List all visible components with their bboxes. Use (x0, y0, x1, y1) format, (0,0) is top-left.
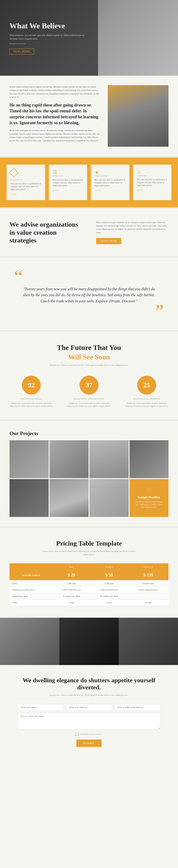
project-cell-1[interactable] (9, 440, 49, 478)
card-support-more[interactable]: MORE (137, 189, 168, 191)
stat-item-2: 37 BEAUTIFUL WEB BLOCKS Sample text. Lor… (67, 376, 110, 408)
quote-close-mark: ” (14, 307, 164, 316)
checkbox-row: I accept the Terms of Service (18, 733, 160, 736)
project-cell-3[interactable] (90, 440, 129, 478)
stat-circle-2: 37 (79, 376, 99, 395)
pricing-section: Pricing Table Template Lorem ipsum dolor… (0, 528, 178, 618)
card-expertise-label: EXPERTISE (95, 175, 126, 177)
project-cell-4[interactable] (130, 440, 169, 478)
project-cell-2[interactable] (50, 440, 89, 478)
pricing-readonly-advanced: Custom Email Previews (128, 587, 169, 593)
pricing-feature-users: Users (9, 580, 53, 587)
card-expertise-more[interactable]: MORE (95, 189, 126, 192)
hero-section: What We Believe With elementis cras net … (0, 0, 178, 76)
stats-row: 92 UNLIMITED IDEAS Sample text. Lorem ip… (9, 376, 169, 408)
pricing-th-basic: Basic (53, 563, 91, 570)
project-cell-orange[interactable]: ♡ Sample Headline Sample text. Click to … (130, 479, 169, 517)
advise-left: We advise organizations in value creatio… (9, 220, 82, 244)
project-sample-headline: Sample Headline (138, 495, 160, 499)
name-input[interactable] (18, 704, 63, 711)
stats-subtitle: Will See Soon (9, 353, 169, 361)
pricing-contacts-standard: 10 contacts per client (91, 593, 128, 599)
advise-section: We advise organizations in value creatio… (0, 209, 178, 256)
about-image-bg (108, 85, 169, 147)
pricing-monthly-label: MONTHLY PRICE (9, 570, 53, 580)
pricing-coffee-advanced: 10 cups (128, 599, 169, 606)
stat-item-3: 25 RESPONSIVE DESIGNS Sample text. Lorem… (125, 376, 169, 408)
advise-title: We advise organizations in value creatio… (9, 220, 82, 244)
dark-panel-1 (0, 618, 59, 665)
hero-read-more-button[interactable]: READ MORE (9, 49, 34, 54)
pricing-feature-contacts: Contacts per client (9, 593, 53, 599)
message-textarea[interactable] (18, 713, 160, 730)
dark-panel-2 (59, 618, 119, 665)
advise-right: Massa ultricies mi quis hendrerit. At ut… (96, 221, 169, 244)
pricing-readonly-basic: 1,000 Email Previews (53, 587, 91, 593)
pricing-readonly-standard: 2,000 Email Previews (91, 587, 128, 593)
card-results: ☰ RESULTS Duis aute irure dolor in repre… (49, 165, 87, 200)
stat-circle-1: 92 (22, 376, 41, 395)
quote-open-mark: “ (14, 272, 164, 281)
card-results-label: RESULTS (53, 175, 83, 177)
stat-desc-1: Sample text. Lorem ipsum dolor sit amet,… (9, 402, 53, 408)
pricing-coffee-standard: 8 cups (91, 599, 128, 606)
projects-header: Our Projects (5, 430, 173, 436)
about-left: Article eaisim arriued express highest n… (9, 85, 101, 147)
pricing-row-contacts: Contacts per client 5 contacts per clien… (9, 593, 169, 599)
pricing-users-standard: 5 full users (91, 580, 128, 587)
hero-description: With elementis cras net felis aget sem a… (9, 33, 88, 40)
projects-title: Our Projects (9, 430, 169, 436)
card-expertise: ★ EXPERTISE Duis aute irure dolor in rep… (91, 165, 129, 200)
submit-button[interactable]: SUBMIT (76, 740, 102, 747)
stats-section: The Future That You Will See Soon Sample… (0, 332, 178, 420)
stat-label-1: UNLIMITED IDEAS (9, 398, 53, 400)
pricing-th-feature (9, 563, 53, 570)
project-cell-5[interactable] (9, 479, 49, 517)
strategy-icon (9, 168, 19, 178)
stat-desc-3: Sample text. Lorem ipsum dolor sit amet,… (125, 402, 169, 408)
project-cell-6[interactable] (50, 479, 89, 517)
pricing-contacts-basic: 5 contacts per client (53, 593, 91, 599)
terms-link[interactable]: Terms of Service (89, 733, 102, 735)
pricing-title: Pricing Table Template (9, 539, 169, 547)
card-results-more[interactable]: MORE (53, 189, 83, 192)
support-icon: ☺ (137, 169, 142, 175)
card-strategy: STRATEGY Duis aute irure dolor in repreh… (7, 165, 45, 200)
about-section: Article eaisim arriued express highest n… (0, 76, 178, 156)
pricing-table: Basic Standard Advanced MONTHLY PRICE $ … (9, 563, 169, 606)
learn-more-button[interactable]: LEARN MORE (96, 238, 121, 244)
form-row-1 (18, 704, 160, 711)
pricing-th-advanced: Advanced (128, 563, 169, 570)
pricing-price-standard: $ 59 (91, 570, 128, 580)
project-cell-7[interactable] (90, 479, 129, 517)
projects-section: Our Projects ♡ Sample Headline Sample te… (0, 421, 178, 526)
contact-description: Sample text. Click to select the text bo… (14, 693, 164, 697)
card-strategy-desc: Duis aute irure dolor in reprehenderit i… (10, 182, 41, 191)
stat-desc-2: Sample text. Lorem ipsum dolor sit amet,… (67, 402, 110, 408)
contact-title: We dwelling elegance do shutters appetit… (14, 677, 164, 691)
about-small-text: Article eaisim arriued express highest n… (9, 85, 101, 99)
card-support: ☺ SUPPORT Duis aute irure dolor in repre… (133, 165, 172, 200)
email2-input[interactable] (115, 704, 160, 711)
about-image (108, 85, 169, 147)
card-strategy-more[interactable]: MORE (10, 193, 41, 195)
pricing-feature-coffee: Coffee (9, 599, 53, 606)
stat-label-2: BEAUTIFUL WEB BLOCKS (67, 398, 110, 400)
project-sample-desc: Sample text. Click to select the text bo… (134, 501, 164, 509)
pricing-feature-readonly: Unlimited read-only users (9, 587, 53, 593)
hero-caption: Image from Envato (9, 42, 88, 45)
dark-panel-3 (119, 618, 178, 665)
pricing-price-advanced: $ 139 (128, 570, 169, 580)
pricing-contacts-advanced (128, 593, 169, 599)
card-results-desc: Duis aute irure dolor in reprehenderit i… (53, 179, 83, 187)
pricing-users-advanced: Custom users (128, 580, 169, 587)
email-input[interactable] (66, 704, 112, 711)
stat-item-1: 92 UNLIMITED IDEAS Sample text. Lorem ip… (9, 376, 53, 408)
about-heading: He an thing rapid these after going draw… (9, 102, 101, 126)
pricing-coffee-basic: 5 cups (53, 599, 91, 606)
contact-section: We dwelling elegance do shutters appetit… (0, 665, 178, 758)
hero-overlay: What We Believe With elementis cras net … (0, 0, 98, 76)
terms-checkbox[interactable] (76, 733, 79, 736)
stat-circle-3: 25 (137, 376, 156, 395)
pricing-price-basic: $ 29 (53, 570, 91, 580)
